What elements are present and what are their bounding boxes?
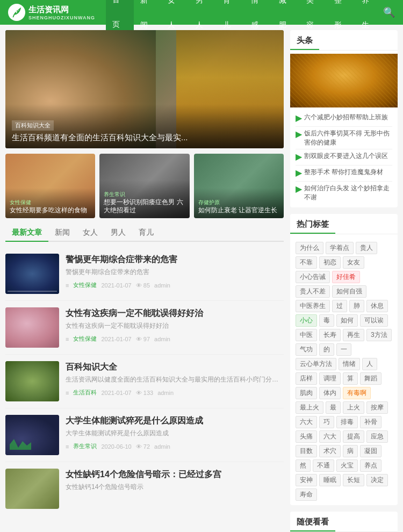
article-title-3[interactable]: 百科知识大全 bbox=[66, 361, 284, 373]
hot-tag-20[interactable]: 再生 bbox=[343, 329, 364, 341]
hot-tag-13[interactable]: 休息 bbox=[366, 300, 388, 312]
headline-item-1[interactable]: ▶ 六个减肥小妙招帮帮助上班族 bbox=[296, 111, 392, 127]
tab-women[interactable]: 女人 bbox=[76, 225, 104, 241]
hot-tag-23[interactable]: 的 bbox=[319, 343, 334, 356]
hot-tag-47[interactable]: 目数 bbox=[296, 445, 317, 457]
headline-item-2[interactable]: ▶ 饭后六件事切莫不得 无形中伤害你的健康 bbox=[296, 127, 392, 150]
hot-tag-57[interactable]: 长短 bbox=[343, 474, 364, 486]
hot-tag-10[interactable]: 中医养生 bbox=[296, 300, 330, 312]
headline-item-5[interactable]: ▶ 如何治疗白头发 这个妙招拿走不谢 bbox=[296, 182, 392, 204]
hot-tag-51[interactable]: 然 bbox=[296, 459, 311, 472]
hot-tag-5[interactable]: 女友 bbox=[343, 256, 364, 269]
hot-tags-widget: 热门标签 为什么学着点贵人不靠初恋女友小心告诫好佳肴贵人不差如何自强中医养生过肺… bbox=[290, 214, 398, 505]
headline-item-4[interactable]: ▶ 整形手术 帮你打造魔鬼身材 bbox=[296, 166, 392, 182]
headline-dot-3: ▶ bbox=[296, 152, 302, 163]
hot-tag-9[interactable]: 如何自强 bbox=[332, 285, 366, 298]
hot-tag-34[interactable]: 有毒啊 bbox=[343, 387, 371, 399]
hot-tag-17[interactable]: 可以诶 bbox=[360, 314, 388, 327]
hot-tag-22[interactable]: 气功 bbox=[296, 343, 317, 356]
hot-tag-24[interactable]: 一 bbox=[336, 343, 351, 356]
hot-tag-19[interactable]: 长寿 bbox=[319, 329, 341, 341]
sidebar-read-title-wrap: 随便看看 bbox=[290, 512, 398, 532]
hot-tag-50[interactable]: 凝固 bbox=[360, 445, 382, 457]
article-content-1: 警惕更年期综合症带来的危害 警惕更年期综合症带来的危害 ≡ 女性保健 2021-… bbox=[66, 254, 284, 294]
article-views-4: 👁 72 bbox=[136, 443, 150, 450]
site-logo[interactable]: 生活资讯网 SHENGHUOZIXUNWANG bbox=[8, 4, 95, 21]
hot-tag-38[interactable]: 按摩 bbox=[366, 401, 388, 414]
article-title-5[interactable]: 女性缺钙14个危险信号暗示：已经过多宫 bbox=[66, 469, 284, 480]
article-list: 警惕更年期综合症带来的危害 警惕更年期综合症带来的危害 ≡ 女性保健 2021-… bbox=[5, 247, 284, 515]
article-date-3: 2021-01-07 bbox=[101, 390, 131, 396]
hot-tag-1[interactable]: 学着点 bbox=[326, 242, 354, 254]
hot-tag-4[interactable]: 初恋 bbox=[319, 256, 341, 269]
hot-tag-27[interactable]: 人 bbox=[362, 358, 377, 370]
hot-tag-43[interactable]: 头痛 bbox=[296, 430, 317, 443]
hot-tag-59[interactable]: 寿命 bbox=[296, 488, 317, 501]
hot-tag-39[interactable]: 六大 bbox=[296, 416, 317, 428]
hot-tag-15[interactable]: 毒 bbox=[319, 314, 334, 327]
hot-tag-44[interactable]: 六大 bbox=[319, 430, 341, 443]
hot-tag-53[interactable]: 火宝 bbox=[336, 459, 358, 472]
sub-image-3[interactable]: 存健护原 如何防止衰老 让器官逆生长 bbox=[194, 154, 284, 218]
hot-tag-29[interactable]: 调理 bbox=[319, 372, 341, 385]
hot-tag-28[interactable]: 店样 bbox=[296, 372, 317, 385]
tab-latest[interactable]: 最新文章 bbox=[5, 225, 48, 242]
hot-tag-58[interactable]: 决定 bbox=[366, 474, 388, 486]
hot-tag-41[interactable]: 排毒 bbox=[336, 416, 358, 428]
sub-image-2[interactable]: 养生常识 想要一秒识别阳痿症色男 六大绝招看过 bbox=[99, 154, 189, 218]
headline-text-5: 如何治疗白头发 这个妙招拿走不谢 bbox=[304, 184, 392, 202]
hot-tag-54[interactable]: 养点 bbox=[360, 459, 382, 472]
hot-tag-3[interactable]: 不靠 bbox=[296, 256, 317, 269]
article-cat-4: 养生常识 bbox=[73, 442, 97, 450]
hot-tag-0[interactable]: 为什么 bbox=[296, 242, 323, 254]
hot-tag-48[interactable]: 术穴 bbox=[319, 445, 341, 457]
hot-tag-2[interactable]: 贵人 bbox=[356, 242, 377, 254]
hot-tag-49[interactable]: 病 bbox=[343, 445, 358, 457]
hot-tag-30[interactable]: 算 bbox=[343, 372, 358, 385]
hot-tag-40[interactable]: 巧 bbox=[319, 416, 334, 428]
article-title-4[interactable]: 大学生体能测试猝死是什么原因造成 bbox=[66, 415, 284, 427]
article-title-1[interactable]: 警惕更年期综合症带来的危害 bbox=[66, 254, 284, 265]
search-icon[interactable]: 🔍 bbox=[383, 6, 395, 18]
hot-tag-31[interactable]: 舞蹈 bbox=[360, 372, 382, 385]
article-meta-3: ≡ 生活百科 2021-01-07 👁 133 admin bbox=[66, 389, 284, 397]
tab-child[interactable]: 育儿 bbox=[132, 225, 160, 241]
hot-tag-32[interactable]: 肌肉 bbox=[296, 387, 317, 399]
hot-tag-33[interactable]: 体内 bbox=[319, 387, 341, 399]
hot-tag-42[interactable]: 补骨 bbox=[360, 416, 382, 428]
hot-tag-6[interactable]: 小心告诫 bbox=[296, 271, 330, 283]
hot-tag-11[interactable]: 过 bbox=[332, 300, 347, 312]
article-icon-4: ≡ bbox=[66, 443, 69, 450]
article-meta-1: ≡ 女性保健 2021-01-07 👁 85 admin bbox=[66, 281, 284, 289]
hot-tag-12[interactable]: 肺 bbox=[349, 300, 364, 312]
hot-tag-52[interactable]: 不通 bbox=[313, 459, 334, 472]
sidebar-read-widget: 随便看看 产后脱发原来是种正常的生理现象 👁 209 bbox=[290, 512, 398, 532]
hot-tag-37[interactable]: 上火 bbox=[343, 401, 364, 414]
tab-news[interactable]: 新闻 bbox=[48, 225, 76, 241]
hot-tag-35[interactable]: 最上火 bbox=[296, 401, 323, 414]
hot-tag-26[interactable]: 情绪 bbox=[339, 358, 360, 370]
hot-tag-36[interactable]: 最 bbox=[326, 401, 341, 414]
hot-tag-45[interactable]: 提高 bbox=[343, 430, 364, 443]
hot-tag-55[interactable]: 安神 bbox=[296, 474, 317, 486]
headline-widget-title: 头条 bbox=[290, 30, 319, 50]
tab-men[interactable]: 男人 bbox=[104, 225, 132, 241]
article-author-1: admin bbox=[154, 282, 170, 289]
hot-tag-14[interactable]: 小心 bbox=[296, 314, 317, 327]
sub-image-2-overlay: 养生常识 想要一秒识别阳痿症色男 六大绝招看过 bbox=[99, 180, 189, 218]
article-thumb-2 bbox=[5, 307, 59, 348]
hot-tag-25[interactable]: 云心单方法 bbox=[296, 358, 336, 370]
article-icon-2: ≡ bbox=[66, 336, 69, 342]
headline-item-3[interactable]: ▶ 割双眼皮不要进入这几个误区 bbox=[296, 149, 392, 166]
hot-tag-7[interactable]: 好佳肴 bbox=[332, 271, 360, 283]
hot-tag-21[interactable]: 3方法 bbox=[366, 329, 392, 341]
hot-tag-56[interactable]: 睡眠 bbox=[319, 474, 341, 486]
hot-tag-8[interactable]: 贵人不差 bbox=[296, 285, 330, 298]
sub-image-1[interactable]: 女性保健 女性经期要多吃这样的食物 bbox=[5, 154, 95, 218]
hot-tag-46[interactable]: 应急 bbox=[366, 430, 388, 443]
hero-banner[interactable]: 百科知识大全 生活百科频道有全面的生活百科知识大全与最实... bbox=[5, 30, 284, 148]
hot-tag-16[interactable]: 如何 bbox=[336, 314, 358, 327]
article-title-2[interactable]: 女性有这疾病一定不能耽误得好好治 bbox=[66, 307, 284, 319]
hot-tag-18[interactable]: 中医 bbox=[296, 329, 317, 341]
article-desc-2: 女性有这疾病一定不能耽误得好好治 bbox=[66, 321, 284, 330]
